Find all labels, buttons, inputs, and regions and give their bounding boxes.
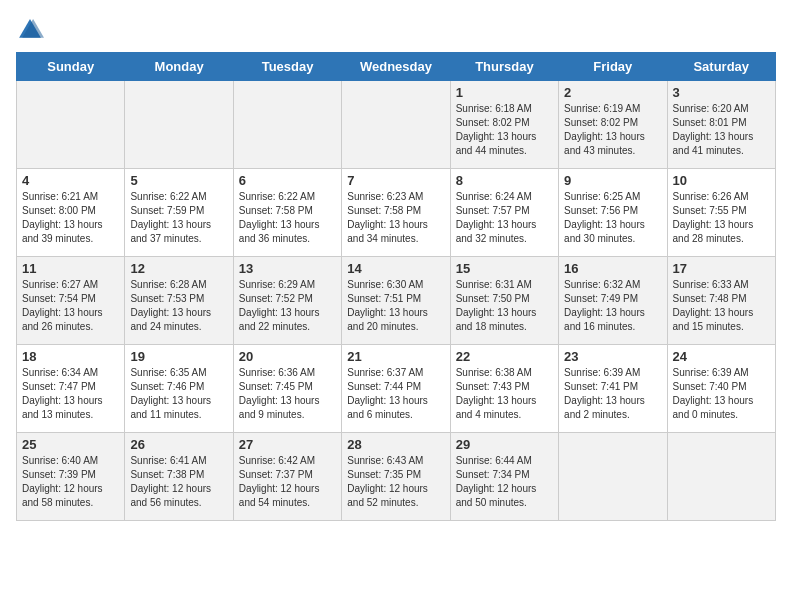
day-info: Sunrise: 6:36 AM Sunset: 7:45 PM Dayligh…	[239, 366, 336, 422]
day-number: 11	[22, 261, 119, 276]
calendar-cell: 13Sunrise: 6:29 AM Sunset: 7:52 PM Dayli…	[233, 257, 341, 345]
day-info: Sunrise: 6:37 AM Sunset: 7:44 PM Dayligh…	[347, 366, 444, 422]
calendar-week-row: 4Sunrise: 6:21 AM Sunset: 8:00 PM Daylig…	[17, 169, 776, 257]
day-number: 16	[564, 261, 661, 276]
day-info: Sunrise: 6:30 AM Sunset: 7:51 PM Dayligh…	[347, 278, 444, 334]
day-number: 29	[456, 437, 553, 452]
day-info: Sunrise: 6:39 AM Sunset: 7:41 PM Dayligh…	[564, 366, 661, 422]
day-number: 8	[456, 173, 553, 188]
day-info: Sunrise: 6:23 AM Sunset: 7:58 PM Dayligh…	[347, 190, 444, 246]
calendar-cell: 18Sunrise: 6:34 AM Sunset: 7:47 PM Dayli…	[17, 345, 125, 433]
day-info: Sunrise: 6:28 AM Sunset: 7:53 PM Dayligh…	[130, 278, 227, 334]
calendar-cell	[342, 81, 450, 169]
day-info: Sunrise: 6:19 AM Sunset: 8:02 PM Dayligh…	[564, 102, 661, 158]
day-info: Sunrise: 6:24 AM Sunset: 7:57 PM Dayligh…	[456, 190, 553, 246]
calendar-week-row: 18Sunrise: 6:34 AM Sunset: 7:47 PM Dayli…	[17, 345, 776, 433]
day-info: Sunrise: 6:41 AM Sunset: 7:38 PM Dayligh…	[130, 454, 227, 510]
day-number: 24	[673, 349, 770, 364]
day-info: Sunrise: 6:20 AM Sunset: 8:01 PM Dayligh…	[673, 102, 770, 158]
day-number: 4	[22, 173, 119, 188]
calendar-cell: 26Sunrise: 6:41 AM Sunset: 7:38 PM Dayli…	[125, 433, 233, 521]
logo-icon	[16, 16, 44, 44]
calendar-cell: 9Sunrise: 6:25 AM Sunset: 7:56 PM Daylig…	[559, 169, 667, 257]
day-number: 6	[239, 173, 336, 188]
day-header-saturday: Saturday	[667, 53, 775, 81]
calendar-cell	[17, 81, 125, 169]
day-header-monday: Monday	[125, 53, 233, 81]
day-info: Sunrise: 6:33 AM Sunset: 7:48 PM Dayligh…	[673, 278, 770, 334]
day-number: 13	[239, 261, 336, 276]
day-info: Sunrise: 6:25 AM Sunset: 7:56 PM Dayligh…	[564, 190, 661, 246]
calendar-cell: 28Sunrise: 6:43 AM Sunset: 7:35 PM Dayli…	[342, 433, 450, 521]
day-number: 17	[673, 261, 770, 276]
calendar-week-row: 25Sunrise: 6:40 AM Sunset: 7:39 PM Dayli…	[17, 433, 776, 521]
day-number: 5	[130, 173, 227, 188]
day-number: 21	[347, 349, 444, 364]
day-number: 7	[347, 173, 444, 188]
calendar-cell: 20Sunrise: 6:36 AM Sunset: 7:45 PM Dayli…	[233, 345, 341, 433]
day-header-tuesday: Tuesday	[233, 53, 341, 81]
calendar-cell: 24Sunrise: 6:39 AM Sunset: 7:40 PM Dayli…	[667, 345, 775, 433]
calendar-cell: 3Sunrise: 6:20 AM Sunset: 8:01 PM Daylig…	[667, 81, 775, 169]
day-number: 19	[130, 349, 227, 364]
day-number: 18	[22, 349, 119, 364]
day-number: 20	[239, 349, 336, 364]
logo	[16, 16, 48, 44]
calendar-table: SundayMondayTuesdayWednesdayThursdayFrid…	[16, 52, 776, 521]
day-info: Sunrise: 6:26 AM Sunset: 7:55 PM Dayligh…	[673, 190, 770, 246]
day-info: Sunrise: 6:34 AM Sunset: 7:47 PM Dayligh…	[22, 366, 119, 422]
calendar-cell: 5Sunrise: 6:22 AM Sunset: 7:59 PM Daylig…	[125, 169, 233, 257]
day-number: 25	[22, 437, 119, 452]
calendar-cell: 7Sunrise: 6:23 AM Sunset: 7:58 PM Daylig…	[342, 169, 450, 257]
calendar-cell: 2Sunrise: 6:19 AM Sunset: 8:02 PM Daylig…	[559, 81, 667, 169]
day-number: 23	[564, 349, 661, 364]
day-info: Sunrise: 6:22 AM Sunset: 7:59 PM Dayligh…	[130, 190, 227, 246]
calendar-cell: 8Sunrise: 6:24 AM Sunset: 7:57 PM Daylig…	[450, 169, 558, 257]
day-info: Sunrise: 6:43 AM Sunset: 7:35 PM Dayligh…	[347, 454, 444, 510]
day-info: Sunrise: 6:39 AM Sunset: 7:40 PM Dayligh…	[673, 366, 770, 422]
day-info: Sunrise: 6:27 AM Sunset: 7:54 PM Dayligh…	[22, 278, 119, 334]
day-number: 3	[673, 85, 770, 100]
calendar-cell: 22Sunrise: 6:38 AM Sunset: 7:43 PM Dayli…	[450, 345, 558, 433]
calendar-cell: 12Sunrise: 6:28 AM Sunset: 7:53 PM Dayli…	[125, 257, 233, 345]
day-header-wednesday: Wednesday	[342, 53, 450, 81]
day-number: 2	[564, 85, 661, 100]
day-info: Sunrise: 6:44 AM Sunset: 7:34 PM Dayligh…	[456, 454, 553, 510]
day-info: Sunrise: 6:21 AM Sunset: 8:00 PM Dayligh…	[22, 190, 119, 246]
calendar-cell	[559, 433, 667, 521]
day-number: 27	[239, 437, 336, 452]
calendar-cell: 11Sunrise: 6:27 AM Sunset: 7:54 PM Dayli…	[17, 257, 125, 345]
day-number: 10	[673, 173, 770, 188]
calendar-cell: 29Sunrise: 6:44 AM Sunset: 7:34 PM Dayli…	[450, 433, 558, 521]
calendar-cell: 27Sunrise: 6:42 AM Sunset: 7:37 PM Dayli…	[233, 433, 341, 521]
calendar-cell: 10Sunrise: 6:26 AM Sunset: 7:55 PM Dayli…	[667, 169, 775, 257]
day-info: Sunrise: 6:29 AM Sunset: 7:52 PM Dayligh…	[239, 278, 336, 334]
day-info: Sunrise: 6:38 AM Sunset: 7:43 PM Dayligh…	[456, 366, 553, 422]
calendar-cell: 4Sunrise: 6:21 AM Sunset: 8:00 PM Daylig…	[17, 169, 125, 257]
calendar-cell: 17Sunrise: 6:33 AM Sunset: 7:48 PM Dayli…	[667, 257, 775, 345]
day-info: Sunrise: 6:35 AM Sunset: 7:46 PM Dayligh…	[130, 366, 227, 422]
calendar-header-row: SundayMondayTuesdayWednesdayThursdayFrid…	[17, 53, 776, 81]
day-info: Sunrise: 6:18 AM Sunset: 8:02 PM Dayligh…	[456, 102, 553, 158]
day-number: 22	[456, 349, 553, 364]
day-info: Sunrise: 6:31 AM Sunset: 7:50 PM Dayligh…	[456, 278, 553, 334]
page-header	[16, 16, 776, 44]
calendar-cell	[233, 81, 341, 169]
calendar-cell: 14Sunrise: 6:30 AM Sunset: 7:51 PM Dayli…	[342, 257, 450, 345]
day-info: Sunrise: 6:22 AM Sunset: 7:58 PM Dayligh…	[239, 190, 336, 246]
calendar-cell: 1Sunrise: 6:18 AM Sunset: 8:02 PM Daylig…	[450, 81, 558, 169]
calendar-week-row: 1Sunrise: 6:18 AM Sunset: 8:02 PM Daylig…	[17, 81, 776, 169]
day-number: 9	[564, 173, 661, 188]
day-number: 14	[347, 261, 444, 276]
day-info: Sunrise: 6:42 AM Sunset: 7:37 PM Dayligh…	[239, 454, 336, 510]
calendar-cell: 15Sunrise: 6:31 AM Sunset: 7:50 PM Dayli…	[450, 257, 558, 345]
day-info: Sunrise: 6:32 AM Sunset: 7:49 PM Dayligh…	[564, 278, 661, 334]
calendar-cell	[125, 81, 233, 169]
calendar-cell: 16Sunrise: 6:32 AM Sunset: 7:49 PM Dayli…	[559, 257, 667, 345]
calendar-week-row: 11Sunrise: 6:27 AM Sunset: 7:54 PM Dayli…	[17, 257, 776, 345]
day-number: 26	[130, 437, 227, 452]
day-header-sunday: Sunday	[17, 53, 125, 81]
day-info: Sunrise: 6:40 AM Sunset: 7:39 PM Dayligh…	[22, 454, 119, 510]
calendar-cell: 23Sunrise: 6:39 AM Sunset: 7:41 PM Dayli…	[559, 345, 667, 433]
day-header-thursday: Thursday	[450, 53, 558, 81]
